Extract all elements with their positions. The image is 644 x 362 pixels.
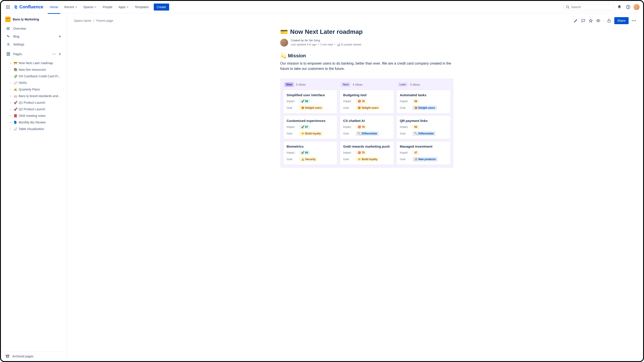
roadmap-board: Now5 ideas Simplified user interface Imp… bbox=[280, 78, 454, 168]
tree-emoji: 💸 bbox=[14, 74, 18, 78]
share-button[interactable]: Share bbox=[614, 17, 628, 24]
mission-heading: 💫 Mission bbox=[280, 53, 454, 59]
pages-more-icon[interactable] bbox=[52, 54, 56, 54]
svg-rect-28 bbox=[6, 355, 9, 356]
lock-icon[interactable] bbox=[607, 18, 611, 23]
page-tree-item[interactable]: ›💸5% Cashback Credit Card Pr... bbox=[4, 73, 64, 80]
idea-card[interactable]: Customised experiences Impact🚀 97 Goal🤝 … bbox=[283, 116, 337, 139]
star-icon[interactable] bbox=[588, 18, 593, 23]
idea-card[interactable]: Simplified user interface Impact🚀 98 Goa… bbox=[283, 90, 337, 113]
goal-label: Goal bbox=[286, 158, 296, 161]
tree-bullet: › bbox=[9, 108, 12, 111]
idea-card[interactable]: Automated tasks Impact 56 Goal😍 Delight … bbox=[396, 90, 450, 113]
tree-emoji: 💳 bbox=[14, 61, 18, 65]
breadcrumb-parent[interactable]: Parent page bbox=[96, 19, 113, 22]
sidebar-pages-header[interactable]: Pages bbox=[4, 50, 64, 58]
tree-bullet: › bbox=[9, 88, 12, 91]
svg-point-33 bbox=[634, 20, 634, 21]
tree-emoji: 🗣️ bbox=[14, 121, 18, 124]
sidebar-overview[interactable]: Overview bbox=[4, 25, 64, 32]
tree-bullet: • bbox=[9, 62, 12, 64]
profile-avatar[interactable] bbox=[634, 4, 640, 10]
svg-point-23 bbox=[52, 54, 53, 54]
sidebar: 💳 Banc.ly Marketing Overview Blog Settin… bbox=[1, 13, 67, 361]
add-page-icon[interactable] bbox=[58, 52, 61, 56]
sidebar-archived[interactable]: Archived pages bbox=[1, 351, 67, 361]
page-tree-item[interactable]: ›📚New hire resources! bbox=[4, 66, 64, 73]
idea-card[interactable]: CS chatbot AI Impact🎯 76 Goal✏️ Differen… bbox=[340, 116, 394, 139]
svg-point-5 bbox=[9, 6, 10, 7]
idea-card[interactable]: QR payment links Impact 55 Goal✏️ Differ… bbox=[396, 116, 450, 139]
create-button[interactable]: Create bbox=[154, 3, 169, 10]
page-tree-item[interactable]: •📈Table Visualization bbox=[4, 126, 64, 132]
nav-templates[interactable]: Templates bbox=[133, 4, 151, 10]
author-avatar[interactable] bbox=[280, 39, 288, 47]
idea-card[interactable]: Managed investment Impact 47 Goal🥚 New p… bbox=[396, 141, 450, 165]
idea-card[interactable]: Budgeting tool Impact🎯 78 Goal😍 Delight … bbox=[340, 90, 394, 113]
nav-people[interactable]: People bbox=[100, 4, 114, 10]
goal-pill: ✏️ Differentiate bbox=[412, 131, 436, 136]
page-tree-item[interactable]: •🗣️Monthly Biz Review bbox=[4, 119, 64, 126]
card-title: Customised experiences bbox=[286, 119, 334, 123]
edit-icon[interactable] bbox=[574, 18, 578, 23]
sidebar-blog[interactable]: Blog bbox=[4, 32, 64, 40]
tree-bullet: • bbox=[9, 121, 12, 124]
goal-pill: 😍 Delight users bbox=[356, 106, 380, 110]
watch-icon[interactable] bbox=[596, 18, 600, 23]
page-byline: Created by Jie Yan Song Last updated 4 h… bbox=[280, 38, 454, 47]
app-switcher-icon[interactable] bbox=[4, 3, 12, 10]
idea-card[interactable]: Gold rewards marketing push Impact🎯 75 G… bbox=[340, 141, 394, 165]
author-name[interactable]: Jie Yan Song bbox=[304, 39, 320, 42]
goal-label: Goal bbox=[400, 132, 410, 135]
chevron-down-icon bbox=[126, 6, 129, 8]
space-header[interactable]: 💳 Banc.ly Marketing bbox=[1, 13, 67, 24]
page-tree-item[interactable]: ›✍️Quarterly Plans bbox=[4, 86, 64, 93]
confluence-logo[interactable]: Confluence bbox=[13, 4, 43, 10]
page-tree-item[interactable]: •💳Now Next Later roadmap bbox=[4, 60, 64, 66]
page-tree-item[interactable]: ›🚀Q2 Product Launch bbox=[4, 106, 64, 112]
svg-line-10 bbox=[568, 8, 569, 8]
tree-bullet: › bbox=[9, 101, 12, 104]
pages-icon bbox=[6, 52, 10, 56]
impact-pill: 🚀 98 bbox=[299, 99, 310, 103]
page-tree-item[interactable]: •📕OKR meeting notes bbox=[4, 112, 64, 119]
svg-point-7 bbox=[8, 8, 8, 9]
breadcrumb-space[interactable]: Space name bbox=[74, 19, 91, 22]
goal-label: Goal bbox=[343, 106, 353, 109]
search-input[interactable] bbox=[564, 4, 614, 10]
goal-label: Goal bbox=[343, 158, 353, 161]
help-icon[interactable] bbox=[625, 3, 632, 10]
page-tree-item[interactable]: ›📈OKRs bbox=[4, 80, 64, 86]
goal-pill: 🔒 Security bbox=[299, 157, 318, 162]
nav-home[interactable]: Home bbox=[48, 4, 60, 10]
nav-apps[interactable]: Apps bbox=[116, 4, 131, 10]
impact-pill: 🎯 76 bbox=[356, 125, 366, 129]
tree-bullet: • bbox=[9, 95, 12, 97]
nav-spaces[interactable]: Spaces bbox=[81, 4, 99, 10]
idea-card[interactable]: Biometrics Impact🚀 80 Goal🔒 Security bbox=[283, 141, 337, 165]
notifications-icon[interactable] bbox=[616, 3, 623, 10]
svg-point-3 bbox=[6, 6, 7, 7]
tree-bullet: › bbox=[9, 82, 12, 84]
column-count: 4 ideas bbox=[352, 83, 362, 86]
page-tree-item[interactable]: •📖Banc.ly brand standards and... bbox=[4, 93, 64, 99]
tree-label: Banc.ly brand standards and... bbox=[19, 94, 60, 98]
column-badge: Next bbox=[341, 82, 350, 87]
nav-recent[interactable]: Recent bbox=[62, 4, 79, 10]
page-tree-item[interactable]: ›🚀Q1 Product Launch bbox=[4, 99, 64, 106]
svg-point-30 bbox=[598, 20, 599, 21]
mission-text: Our mission is to empower users to do ba… bbox=[280, 61, 454, 71]
card-title: Simplified user interface bbox=[286, 93, 334, 97]
more-actions-icon[interactable] bbox=[632, 20, 636, 21]
overview-icon bbox=[6, 26, 10, 31]
tree-emoji: 🚀 bbox=[14, 107, 18, 111]
add-blog-icon[interactable] bbox=[58, 35, 61, 38]
tree-emoji: 📖 bbox=[14, 94, 18, 98]
svg-point-32 bbox=[632, 20, 633, 21]
comments-icon[interactable] bbox=[581, 18, 586, 23]
svg-point-12 bbox=[628, 8, 628, 8]
svg-point-0 bbox=[6, 5, 7, 6]
impact-pill: 56 bbox=[412, 99, 419, 103]
sidebar-settings[interactable]: Settings bbox=[4, 40, 64, 48]
svg-point-2 bbox=[9, 5, 10, 6]
